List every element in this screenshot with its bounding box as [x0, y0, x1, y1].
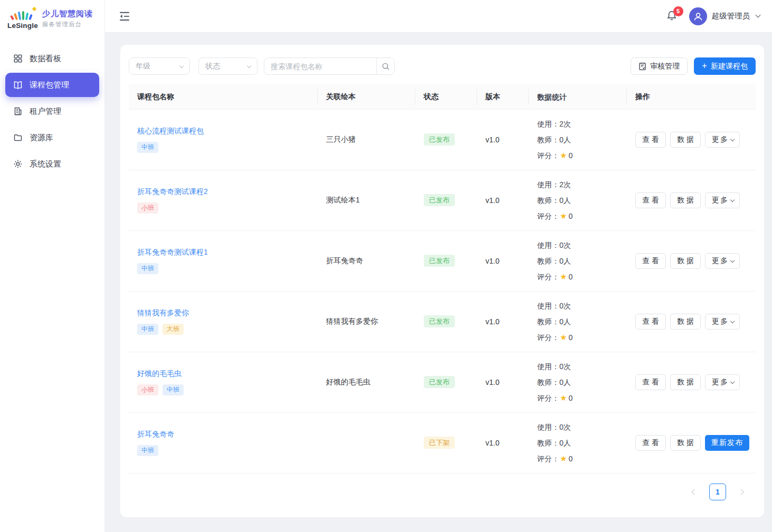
next-page-icon[interactable]: [738, 489, 744, 495]
menu-fold-icon[interactable]: [119, 11, 130, 22]
status-badge: 已下架: [424, 437, 455, 449]
grade-tags: 小班中班: [137, 384, 318, 395]
sidebar-menu: 数据看板 课程包管理 租户管理 资源库: [0, 37, 104, 188]
star-icon: ★: [560, 272, 567, 281]
avatar[interactable]: [689, 7, 707, 25]
action-button[interactable]: 查看: [635, 374, 666, 390]
grade-tags: 中班大班: [137, 324, 318, 334]
review-button-label: 审核管理: [650, 62, 680, 71]
action-button[interactable]: 数据: [670, 132, 701, 148]
sidebar-item-settings[interactable]: 系统设置: [5, 152, 99, 176]
table-row: 核心流程测试课程包 中班 三只小猪 已发布 v1.0 使用：2次 教师：0人 评…: [129, 110, 756, 170]
action-button[interactable]: 数据: [670, 374, 701, 390]
package-name-link[interactable]: 好饿的毛毛虫: [137, 369, 182, 379]
action-button[interactable]: 查看: [635, 253, 666, 269]
status-cell: 已发布: [415, 256, 477, 266]
sidebar-item-label: 资源库: [30, 133, 53, 143]
status-select-label: 状态: [205, 62, 220, 71]
main-content: 年级 状态: [105, 33, 772, 532]
brand-name: LeSingle: [7, 22, 37, 30]
actions-cell: 查看数据更多: [627, 192, 756, 208]
package-name-link[interactable]: 折耳兔奇奇测试课程2: [137, 187, 208, 197]
action-button[interactable]: 数据: [670, 192, 701, 208]
column-header-stats: 数据统计: [529, 84, 627, 109]
chevron-down-icon: [730, 318, 735, 323]
usage-stat: 使用：2次: [537, 177, 627, 192]
prev-page-icon[interactable]: [691, 489, 697, 495]
package-name-link[interactable]: 猜猜我有多爱你: [137, 308, 189, 318]
action-button[interactable]: 查看: [635, 132, 666, 148]
grade-select-label: 年级: [136, 62, 150, 71]
more-button[interactable]: 更多: [705, 132, 740, 148]
package-name-link[interactable]: 折耳兔奇奇测试课程1: [137, 248, 208, 257]
actions-cell: 查看数据更多: [627, 314, 756, 330]
more-button[interactable]: 更多: [705, 374, 740, 390]
stats-cell: 使用：2次 教师：0人 评分：★0: [529, 177, 627, 224]
rating-stat: 评分：★0: [537, 208, 627, 224]
chevron-down-icon: [730, 137, 735, 141]
book-cell: 猜猜我有多爱你: [318, 317, 415, 326]
dashboard-icon: [13, 54, 23, 63]
search-button[interactable]: [376, 58, 394, 74]
package-name-link[interactable]: 核心流程测试课程包: [137, 127, 204, 136]
more-button[interactable]: 更多: [705, 192, 740, 208]
name-cell: 折耳兔奇奇测试课程2 小班: [129, 187, 318, 213]
teacher-stat: 教师：0人: [537, 435, 627, 451]
review-management-button[interactable]: 审核管理: [631, 57, 688, 75]
create-package-button[interactable]: + 新建课程包: [694, 57, 756, 75]
more-button[interactable]: 更多: [705, 314, 740, 330]
sidebar-item-resources[interactable]: 资源库: [5, 125, 99, 150]
table-row: 好饿的毛毛虫 小班中班 好饿的毛毛虫 已发布 v1.0 使用：0次 教师：0人 …: [129, 352, 756, 413]
column-header-status: 状态: [415, 84, 477, 109]
stats-cell: 使用：2次 教师：0人 评分：★0: [529, 116, 627, 163]
chevron-down-icon[interactable]: [756, 13, 761, 18]
status-cell: 已发布: [415, 196, 477, 205]
name-cell: 折耳兔奇奇 中班: [129, 430, 318, 456]
teacher-stat: 教师：0人: [537, 314, 627, 330]
grade-tag: 大班: [163, 324, 184, 334]
action-button[interactable]: 查看: [635, 192, 666, 208]
column-header-version: 版本: [477, 84, 529, 109]
sidebar-item-tenants[interactable]: 租户管理: [5, 99, 99, 123]
notification-bell-icon[interactable]: 5: [666, 10, 678, 23]
action-button[interactable]: 查看: [635, 314, 666, 330]
rating-stat: 评分：★0: [537, 269, 627, 285]
status-badge: 已发布: [424, 376, 455, 388]
grade-tag: 中班: [137, 324, 158, 334]
more-button[interactable]: 更多: [705, 253, 740, 269]
sidebar-item-dashboard[interactable]: 数据看板: [5, 46, 99, 71]
stats-cell: 使用：0次 教师：0人 评分：★0: [529, 359, 627, 406]
chevron-down-icon: [179, 63, 184, 67]
gear-icon: [13, 159, 23, 169]
republish-button[interactable]: 重新发布: [705, 435, 749, 451]
page-number[interactable]: 1: [709, 483, 726, 500]
sidebar-item-label: 数据看板: [30, 54, 61, 64]
grade-select[interactable]: 年级: [129, 57, 190, 75]
sidebar-item-course-packages[interactable]: 课程包管理: [5, 73, 99, 97]
sidebar-item-label: 系统设置: [30, 159, 61, 169]
package-name-link[interactable]: 折耳兔奇奇: [137, 430, 174, 439]
action-button[interactable]: 数据: [670, 253, 701, 269]
actions-cell: 查看数据更多: [627, 132, 756, 148]
action-button[interactable]: 数据: [670, 435, 701, 451]
grade-tags: 中班: [137, 445, 318, 456]
name-cell: 核心流程测试课程包 中班: [129, 127, 318, 152]
status-select[interactable]: 状态: [198, 57, 258, 75]
user-name[interactable]: 超级管理员: [712, 11, 750, 21]
folder-icon: [13, 133, 23, 142]
column-header-actions: 操作: [627, 84, 756, 109]
column-header-book: 关联绘本: [318, 84, 415, 109]
chevron-down-icon: [730, 379, 735, 383]
teacher-stat: 教师：0人: [537, 253, 627, 269]
teacher-stat: 教师：0人: [537, 132, 627, 148]
actions-cell: 查看数据更多: [627, 253, 756, 269]
action-button[interactable]: 查看: [635, 435, 666, 451]
usage-stat: 使用：2次: [537, 116, 627, 132]
action-button[interactable]: 数据: [670, 314, 701, 330]
table-header: 课程包名称 关联绘本 状态 版本 数据统计 操作: [129, 84, 756, 110]
book-icon: [13, 80, 23, 90]
actions-cell: 查看数据更多: [627, 374, 756, 390]
search-input[interactable]: [264, 58, 376, 74]
star-icon: ★: [560, 333, 567, 342]
status-badge: 已发布: [424, 255, 455, 267]
